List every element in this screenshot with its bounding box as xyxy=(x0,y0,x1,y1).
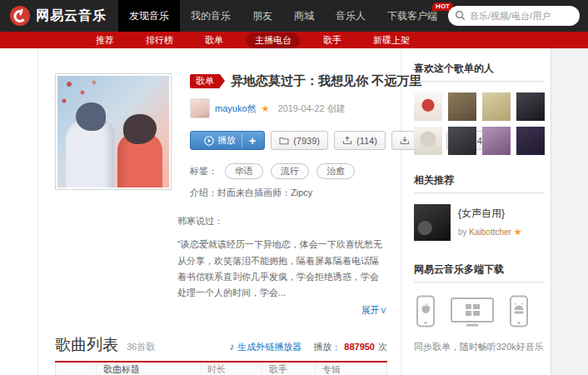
nav-download-label: 下载客户端 xyxy=(387,9,437,23)
outlink-player-link[interactable]: 生成外链播放器 xyxy=(237,341,301,353)
search-box xyxy=(448,6,580,26)
search-icon xyxy=(455,10,466,21)
avatar[interactable] xyxy=(448,127,476,155)
intro-row: 介绍：封面来自插画师：Zipcy xyxy=(190,187,387,199)
play-button[interactable]: 播放 xyxy=(198,134,242,147)
share-button[interactable]: (114) xyxy=(334,131,386,150)
subnav-playlists[interactable]: 歌单 xyxy=(197,32,232,48)
cover-figure-man xyxy=(66,119,114,188)
main-nav: 发现音乐 我的音乐 朋友 商城 音乐人 下载客户端 HOT xyxy=(118,0,448,32)
header-song-title: 歌曲标题 xyxy=(96,362,200,375)
logo[interactable]: 网易云音乐 xyxy=(0,0,118,32)
song-list-header-right: ♪ 生成外链播放器 播放：887950次 xyxy=(229,341,387,353)
topnav-right: 创作者中心 登录 ▾ xyxy=(448,0,588,32)
subnav-artists[interactable]: 歌手 xyxy=(315,32,350,48)
by-label: by xyxy=(458,228,467,237)
content-area: 歌单 异地恋莫过于：我想见你 不远万里 mayuko然 ★ 2019-04-22… xyxy=(37,48,551,375)
multi-device-download-section: 网易云音乐多端下载 xyxy=(414,262,545,353)
playlist-description: 韩寒说过： “谈恋爱就该经历一下异地恋，体会一下欣喜忧愁无从分享，欢笑落泪不能拥… xyxy=(177,213,387,319)
song-list-title: 歌曲列表 xyxy=(55,334,118,356)
share-icon xyxy=(342,136,352,145)
download-section-title: 网易云音乐多端下载 xyxy=(414,262,545,282)
avatar[interactable] xyxy=(414,92,442,121)
tag-chinese[interactable]: 华语 xyxy=(225,163,263,179)
playlist-cover-art xyxy=(57,76,169,188)
search-input[interactable] xyxy=(448,6,580,26)
iphone-icon[interactable] xyxy=(416,295,436,328)
play-icon xyxy=(204,136,214,146)
tags-label: 标签： xyxy=(190,165,217,178)
intro-text: 封面来自插画师：Zipcy xyxy=(217,188,312,198)
nav-musician[interactable]: 音乐人 xyxy=(325,0,376,32)
expand-label: 展开 xyxy=(361,305,380,315)
avatar[interactable] xyxy=(482,92,511,121)
tag-healing[interactable]: 治愈 xyxy=(316,163,355,179)
song-list-section: 歌曲列表 36首歌 ♪ 生成外链播放器 播放：887950次 歌曲标题 时长 歌… xyxy=(55,334,387,375)
subnav-radio[interactable]: 主播电台 xyxy=(247,32,300,48)
avatar[interactable] xyxy=(482,127,511,155)
related-section: 相关推荐 {女声自用} by Kaibottcher ★ xyxy=(414,173,545,241)
nav-my-music[interactable]: 我的音乐 xyxy=(180,0,242,32)
playlist-type-badge: 歌单 xyxy=(190,74,220,88)
device-icons-row xyxy=(414,295,545,328)
play-count-label: 播放： xyxy=(313,341,341,353)
expand-row: 展开∨ xyxy=(177,302,387,318)
intro-label: 介绍： xyxy=(190,188,217,198)
star-badge-icon: ★ xyxy=(514,227,522,237)
header-artist: 歌手 xyxy=(262,362,315,375)
playlist-header: 歌单 异地恋莫过于：我想见你 不远万里 mayuko然 ★ 2019-04-22… xyxy=(55,73,387,199)
avatar[interactable] xyxy=(516,92,545,121)
collect-button[interactable]: (7939) xyxy=(271,131,328,150)
playlist-meta: 歌单 异地恋莫过于：我想见你 不远万里 mayuko然 ★ 2019-04-22… xyxy=(190,73,387,199)
description-intro: 韩寒说过： xyxy=(177,213,387,229)
created-date: 2019-04-22 创建 xyxy=(277,102,345,115)
related-playlist-title[interactable]: {女声自用} xyxy=(458,207,522,221)
play-button-label: 播放 xyxy=(217,134,236,147)
action-buttons: 播放 + (7939) (114) xyxy=(190,131,387,150)
tag-pop[interactable]: 流行 xyxy=(271,163,309,179)
creator-row: mayuko然 ★ 2019-04-22 创建 xyxy=(190,98,387,118)
netease-music-page: 网易云音乐 发现音乐 我的音乐 朋友 商城 音乐人 下载客户端 HOT 创作者中… xyxy=(0,0,588,375)
nav-download-client[interactable]: 下载客户端 HOT xyxy=(376,0,448,32)
related-playlist-cover[interactable] xyxy=(414,204,451,241)
right-sidebar: 喜欢这个歌单的人 相关推荐 {女声自用} by xyxy=(401,48,561,375)
chevron-down-icon: ∨ xyxy=(380,305,387,315)
subnav-charts[interactable]: 排行榜 xyxy=(137,32,182,48)
music-note-icon: ♪ xyxy=(229,341,234,352)
collect-count: (7939) xyxy=(293,136,320,146)
related-playlist-author-row: by Kaibottcher ★ xyxy=(458,227,522,238)
add-to-playlist-button[interactable]: + xyxy=(242,134,262,148)
download-tagline: 同步歌单，随时畅听320k好音乐 xyxy=(414,341,545,353)
avatar[interactable] xyxy=(516,127,545,155)
nav-friends[interactable]: 朋友 xyxy=(242,0,283,32)
related-section-title: 相关推荐 xyxy=(414,173,545,193)
play-button-group: 播放 + xyxy=(190,131,265,150)
header-index-col xyxy=(56,362,96,375)
windows-pc-icon[interactable] xyxy=(449,295,496,328)
nav-discover-music[interactable]: 发现音乐 xyxy=(118,0,180,32)
sub-navbar: 推荐 排行榜 歌单 主播电台 歌手 新碟上架 xyxy=(0,32,588,48)
related-playlist-item: {女声自用} by Kaibottcher ★ xyxy=(414,204,545,241)
song-count: 36首歌 xyxy=(127,341,155,353)
related-author-link[interactable]: Kaibottcher xyxy=(469,228,511,237)
android-phone-icon[interactable] xyxy=(509,295,529,328)
avatar[interactable] xyxy=(414,127,442,155)
share-count: (114) xyxy=(356,136,377,146)
expand-link[interactable]: 展开∨ xyxy=(361,305,387,315)
playlist-cover[interactable] xyxy=(55,73,172,190)
subnav-new-albums[interactable]: 新碟上架 xyxy=(365,32,418,48)
subnav-recommend[interactable]: 推荐 xyxy=(87,32,122,48)
header-duration: 时长 xyxy=(200,362,262,375)
creator-avatar[interactable] xyxy=(190,98,210,118)
cover-figure-woman xyxy=(117,132,162,188)
playlist-title-row: 歌单 异地恋莫过于：我想见你 不远万里 xyxy=(190,73,387,89)
creator-name-link[interactable]: mayuko然 xyxy=(215,102,257,115)
page-title: 异地恋莫过于：我想见你 不远万里 xyxy=(231,73,421,89)
related-playlist-info: {女声自用} by Kaibottcher ★ xyxy=(458,204,522,241)
play-count-value: 887950 xyxy=(344,342,375,352)
avatar[interactable] xyxy=(448,92,476,121)
play-count-suffix: 次 xyxy=(378,341,387,353)
top-navbar: 网易云音乐 发现音乐 我的音乐 朋友 商城 音乐人 下载客户端 HOT 创作者中… xyxy=(0,0,588,32)
nav-store[interactable]: 商城 xyxy=(283,0,325,32)
star-badge-icon: ★ xyxy=(262,103,270,114)
